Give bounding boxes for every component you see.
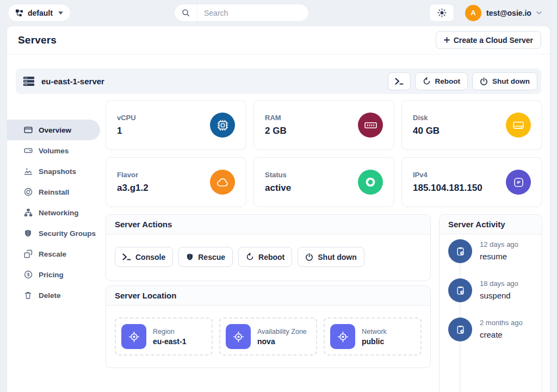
location-crosshair-icon — [330, 324, 355, 349]
networking-icon — [23, 208, 33, 217]
activity-action: create — [480, 330, 523, 339]
power-icon — [480, 77, 488, 85]
disk-card: Disk 40 GB — [401, 100, 542, 150]
activity-time: 18 days ago — [480, 279, 518, 288]
flavor-card: Flavor a3.g1.2 — [106, 157, 246, 207]
reboot-button[interactable]: Reboot — [415, 72, 468, 90]
power-icon — [305, 253, 313, 261]
server-actions-header: Server Actions — [106, 215, 430, 234]
stat-label: RAM — [265, 114, 287, 122]
stat-value: 2 GB — [265, 126, 287, 136]
search-input[interactable] — [197, 9, 309, 17]
sidebar-item-snapshots[interactable]: Snapshots — [7, 161, 106, 182]
avatar: A — [465, 5, 481, 21]
sidebar-item-networking[interactable]: Networking — [7, 202, 106, 223]
sidebar-item-delete[interactable]: Delete — [7, 285, 106, 306]
terminal-icon — [395, 78, 404, 85]
sidebar-item-volumes[interactable]: Volumes — [7, 140, 106, 161]
ipv4-card: IPv4 185.104.181.150 IP — [401, 157, 542, 207]
region-tile: Region eu-east-1 — [115, 318, 213, 356]
stat-label: Disk — [413, 114, 440, 122]
sidebar-item-rescale[interactable]: Rescale — [7, 244, 106, 264]
status-ring-icon — [358, 170, 383, 195]
dollar-icon: $ — [23, 270, 33, 279]
server-stack-icon — [23, 77, 34, 86]
theme-toggle-button[interactable] — [429, 4, 454, 22]
plus-icon — [444, 37, 450, 43]
activity-action: suspend — [480, 291, 518, 300]
stat-value: 40 GB — [413, 126, 440, 136]
stat-value: active — [265, 183, 291, 194]
server-activity-header: Server Activity — [440, 215, 542, 234]
activity-action: resume — [480, 252, 518, 261]
terminal-icon — [122, 253, 131, 260]
activity-item: 12 days ago resume — [448, 239, 533, 263]
activity-item: 18 days ago suspend — [448, 278, 533, 302]
reboot-icon — [246, 253, 254, 261]
svg-text:$: $ — [27, 272, 29, 277]
sidebar-item-overview[interactable]: Overview — [7, 120, 100, 140]
location-value: nova — [257, 337, 307, 346]
server-name: eu-east-1-server — [41, 77, 104, 86]
overview-icon — [23, 126, 33, 135]
reinstall-icon — [23, 188, 33, 197]
svg-text:IP: IP — [517, 181, 521, 185]
server-activity-title: Server Activity — [448, 220, 505, 229]
console-button[interactable] — [388, 72, 411, 90]
account-email: test@osie.io — [486, 9, 531, 17]
server-location-header: Server Location — [106, 286, 430, 306]
sidebar-item-pricing[interactable]: $ Pricing — [7, 264, 106, 285]
rescue-action-button[interactable]: Rescue — [178, 247, 233, 267]
shutdown-button[interactable]: Shut down — [472, 72, 537, 90]
server-actions-body: Console Rescue — [106, 234, 430, 281]
stat-label: vCPU — [117, 114, 136, 122]
ram-icon — [358, 113, 383, 138]
clipboard-clock-icon — [448, 239, 472, 263]
search-icon — [175, 4, 197, 21]
activity-time: 2 months ago — [480, 319, 523, 327]
top-bar: default A test@osie.io — [0, 0, 557, 26]
stats-grid: vCPU 1 RAM 2 GB — [106, 100, 542, 207]
server-header-bar: eu-east-1-server Reboot Shut down — [16, 69, 541, 94]
reboot-action-button[interactable]: Reboot — [238, 247, 292, 267]
create-cloud-server-button[interactable]: Create a Cloud Server — [436, 31, 541, 49]
server-location-title: Server Location — [115, 291, 176, 300]
workspace-selector[interactable]: default — [8, 4, 71, 22]
location-label: Region — [153, 328, 186, 335]
shield-icon — [186, 253, 194, 261]
server-quick-actions: Reboot Shut down — [388, 72, 537, 90]
status-card: Status active — [253, 157, 394, 207]
shield-icon — [23, 229, 33, 238]
page-header: Servers Create a Cloud Server — [7, 26, 550, 54]
caret-down-icon — [58, 11, 63, 15]
location-label: Network — [362, 328, 387, 335]
reboot-icon — [423, 77, 431, 85]
stat-value: a3.g1.2 — [117, 183, 148, 194]
timeline-connector — [460, 242, 460, 392]
stat-label: IPv4 — [413, 171, 482, 179]
network-tile: Network public — [324, 318, 422, 356]
trash-icon — [23, 291, 33, 300]
search-bar[interactable] — [174, 4, 309, 22]
shutdown-action-button[interactable]: Shut down — [298, 247, 364, 267]
workspace-icon — [15, 9, 23, 17]
activity-time: 12 days ago — [480, 240, 518, 248]
stat-label: Status — [265, 171, 291, 179]
ip-badge-icon: IP — [506, 170, 531, 195]
snapshot-icon — [23, 167, 33, 176]
sun-icon — [437, 8, 447, 17]
cloud-icon — [210, 170, 235, 195]
sidebar-item-reinstall[interactable]: Reinstall — [7, 182, 106, 202]
sidebar-item-security-groups[interactable]: Security Groups — [7, 223, 106, 244]
rescale-icon — [23, 250, 33, 259]
server-sidebar: Overview Volumes Snapshots Reinstall — [7, 100, 106, 392]
stat-value: 185.104.181.150 — [413, 183, 482, 194]
ram-card: RAM 2 GB — [253, 100, 394, 150]
server-activity-panel: Server Activity 12 days ago resume — [439, 214, 542, 392]
server-location-panel: Server Location Region eu-east-1 — [106, 285, 431, 368]
clipboard-clock-icon — [448, 278, 472, 302]
console-action-button[interactable]: Console — [115, 247, 173, 267]
chevron-down-icon — [536, 11, 542, 15]
page-title: Servers — [18, 34, 57, 46]
account-menu[interactable]: A test@osie.io — [465, 4, 542, 22]
